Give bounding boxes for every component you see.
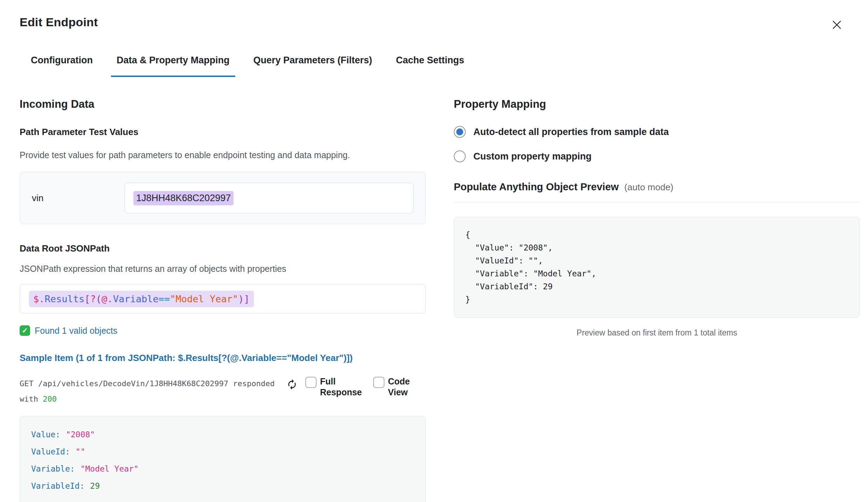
radio-custom-mapping[interactable]: Custom property mapping: [454, 150, 860, 162]
param-name-label: vin: [32, 193, 125, 204]
dialog-title: Edit Endpoint: [20, 15, 98, 29]
jsonpath-expression: $.Results[?(@.Variable=="Model Year")]: [29, 291, 254, 307]
validation-status: ✓ Found 1 valid objects: [20, 325, 426, 336]
close-icon: [831, 19, 843, 31]
preview-value: "Model Year": [81, 464, 139, 473]
radio-custom-mapping-label: Custom property mapping: [473, 151, 592, 162]
jsonpath-input[interactable]: $.Results[?(@.Variable=="Model Year")]: [20, 284, 426, 313]
object-preview-heading: Populate Anything Object Preview: [454, 181, 619, 193]
object-preview-code: { "Value": "2008", "ValueId": "", "Varia…: [454, 217, 860, 318]
path-param-row: vin 1J8HH48K68C202997: [20, 172, 426, 224]
json-line: }: [465, 293, 848, 306]
check-icon: ✓: [20, 325, 30, 336]
vin-input[interactable]: 1J8HH48K68C202997: [125, 183, 414, 213]
token: ==: [159, 294, 170, 304]
preview-row: Value:"2008": [31, 428, 414, 441]
refresh-icon: [286, 379, 298, 390]
jsonpath-heading: Data Root JSONPath: [20, 243, 426, 254]
incoming-data-section: Incoming Data Path Parameter Test Values…: [20, 98, 426, 502]
property-mapping-section: Property Mapping Auto-detect all propert…: [454, 98, 860, 502]
preview-value: "": [76, 447, 85, 456]
jsonpath-description: JSONPath expression that returns an arra…: [20, 263, 426, 274]
json-line: {: [465, 228, 848, 241]
dialog-header: Edit Endpoint: [20, 15, 846, 35]
preview-row: Variable:"Model Year": [31, 462, 414, 475]
radio-selected-icon: [454, 126, 466, 138]
preview-key: Value:: [31, 430, 60, 439]
auto-mode-note: (auto mode): [624, 182, 673, 193]
sample-item-preview: Value:"2008" ValueId:"" Variable:"Model …: [20, 416, 426, 502]
request-method: GET: [20, 379, 34, 388]
sample-item-heading: Sample Item (1 of 1 from JSONPath: $.Res…: [20, 353, 426, 363]
refresh-button[interactable]: [286, 379, 298, 391]
json-line: "Value": "2008",: [465, 241, 848, 254]
radio-auto-detect[interactable]: Auto-detect all properties from sample d…: [454, 126, 860, 138]
token: @.: [102, 294, 113, 304]
property-mapping-heading: Property Mapping: [454, 98, 860, 111]
status-code: 200: [43, 395, 57, 403]
token: )]: [238, 294, 250, 304]
full-response-checkbox[interactable]: Full Response: [305, 376, 363, 398]
request-status-row: GET /api/vehicles/DecodeVin/1J8HH48K68C2…: [20, 376, 426, 407]
preview-row: ValueId:"": [31, 445, 414, 458]
vin-value: 1J8HH48K68C202997: [133, 191, 234, 205]
tab-configuration[interactable]: Configuration: [25, 55, 98, 77]
preview-value: 29: [90, 481, 100, 490]
checkbox-icon: [373, 377, 384, 388]
path-params-description: Provide test values for path parameters …: [20, 149, 426, 161]
json-line: "VariableId": 29: [465, 280, 848, 293]
preview-value: "2008": [66, 430, 95, 439]
radio-auto-detect-label: Auto-detect all properties from sample d…: [473, 127, 669, 137]
token: [: [84, 294, 90, 304]
json-line: "ValueId": "",: [465, 254, 848, 267]
checkbox-icon: [305, 377, 317, 388]
request-status-text: GET /api/vehicles/DecodeVin/1J8HH48K68C2…: [20, 376, 281, 407]
token: $.: [33, 294, 45, 304]
token: Results: [45, 294, 85, 304]
close-button[interactable]: [828, 16, 846, 35]
edit-endpoint-dialog: Edit Endpoint Configuration Data & Prope…: [0, 0, 868, 502]
incoming-data-heading: Incoming Data: [20, 98, 426, 111]
path-params-heading: Path Parameter Test Values: [20, 127, 426, 137]
code-view-checkbox[interactable]: Code View: [373, 376, 415, 398]
preview-caption: Preview based on first item from 1 total…: [454, 328, 860, 338]
tab-data-property-mapping[interactable]: Data & Property Mapping: [111, 55, 235, 77]
dialog-body: Incoming Data Path Parameter Test Values…: [20, 98, 846, 502]
token: ?: [90, 294, 96, 304]
object-preview-heading-row: Populate Anything Object Preview (auto m…: [454, 181, 860, 202]
preview-key: Variable:: [31, 464, 75, 473]
preview-row: VariableId:29: [31, 480, 414, 493]
tab-cache-settings[interactable]: Cache Settings: [390, 55, 470, 77]
preview-key: ValueId:: [31, 447, 70, 456]
code-view-label: Code View: [388, 376, 415, 398]
token: "Model Year": [170, 294, 238, 304]
radio-unselected-icon: [454, 150, 466, 162]
json-line: "Variable": "Model Year",: [465, 267, 848, 280]
validation-text: Found 1 valid objects: [35, 326, 117, 336]
tab-query-parameters[interactable]: Query Parameters (Filters): [248, 55, 378, 77]
preview-key: VariableId:: [31, 481, 84, 490]
request-path: /api/vehicles/DecodeVin/1J8HH48K68C20299…: [38, 379, 228, 388]
token: Variable: [113, 294, 159, 304]
token: (: [96, 294, 102, 304]
full-response-label: Full Response: [320, 376, 363, 398]
tab-bar: Configuration Data & Property Mapping Qu…: [20, 55, 846, 77]
